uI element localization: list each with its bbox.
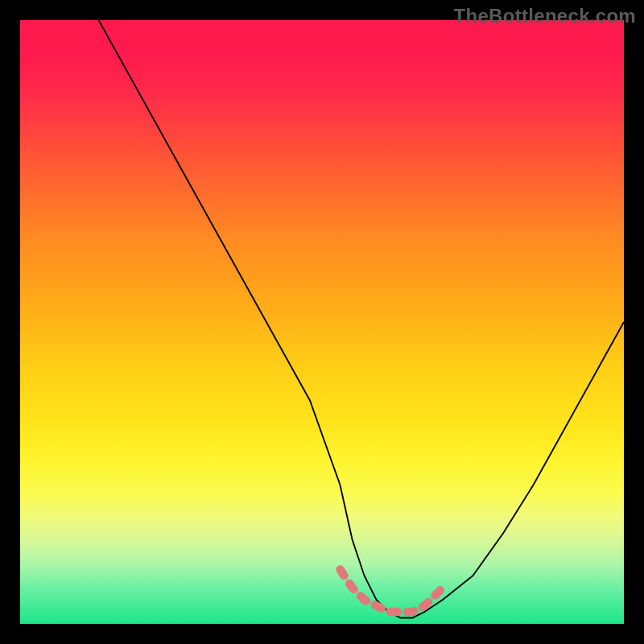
chart-svg (20, 20, 624, 624)
bottleneck-curve (99, 20, 625, 618)
plot-area (20, 20, 624, 624)
highlight-segment (341, 570, 444, 613)
watermark-text: TheBottleneck.com (454, 5, 636, 27)
